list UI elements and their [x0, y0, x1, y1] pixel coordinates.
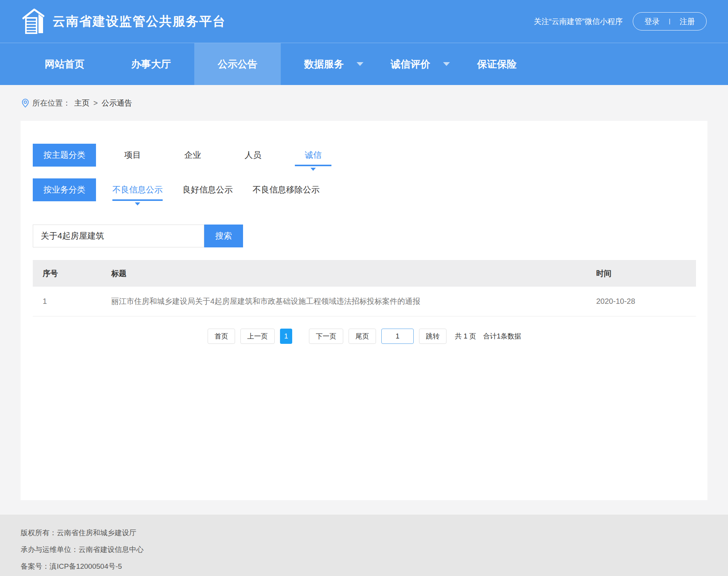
topic-tabs: 项目 企业 人员 诚信 [114, 149, 331, 161]
search-row: 搜索 [33, 225, 696, 247]
nav-item-data-services[interactable]: 数据服务 [281, 43, 367, 85]
tab-personnel[interactable]: 人员 [235, 149, 271, 161]
chevron-down-icon [443, 62, 450, 66]
search-button[interactable]: 搜索 [204, 225, 243, 247]
nav-item-guarantee-insurance[interactable]: 保证保险 [454, 43, 540, 85]
tab-enterprise[interactable]: 企业 [174, 149, 211, 161]
last-page-button[interactable]: 尾页 [349, 329, 376, 344]
footer-copyright: 版权所有：云南省住房和城乡建设厅 [21, 525, 728, 541]
footer-icp-number: 备案号：滇ICP备12000504号-5 [21, 558, 728, 575]
nav-item-home[interactable]: 网站首页 [21, 43, 108, 85]
register-button[interactable]: 注册 [680, 16, 695, 27]
row-index: 1 [33, 297, 111, 306]
table-header-row: 序号 标题 时间 [33, 260, 696, 287]
header-right: 关注“云南建管”微信小程序 登录 | 注册 [534, 12, 707, 30]
breadcrumb-separator: > [93, 99, 98, 107]
table-row: 1 丽江市住房和城乡建设局关于4起房屋建筑和市政基础设施工程领域违法招标投标案件… [33, 287, 696, 316]
top-header: 云南省建设监管公共服务平台 关注“云南建管”微信小程序 登录 | 注册 [0, 0, 728, 43]
jump-page-input[interactable] [381, 329, 414, 344]
footer-operator: 承办与运维单位：云南省建设信息中心 [21, 541, 728, 558]
total-pages-text: 共 1 页 [455, 332, 476, 341]
jump-button[interactable]: 跳转 [419, 329, 446, 344]
results-table: 序号 标题 时间 1 丽江市住房和城乡建设局关于4起房屋建筑和市政基础设施工程领… [33, 260, 696, 316]
building-logo-icon [21, 7, 46, 35]
filter-by-business-button[interactable]: 按业务分类 [33, 178, 96, 201]
tab-bad-info-publicity[interactable]: 不良信息公示 [112, 184, 163, 196]
nav-item-service-hall[interactable]: 办事大厅 [108, 43, 194, 85]
chevron-down-icon [357, 62, 363, 66]
tab-project[interactable]: 项目 [114, 149, 151, 161]
prev-page-button[interactable]: 上一页 [240, 329, 275, 344]
first-page-button[interactable]: 首页 [208, 329, 235, 344]
breadcrumb-label: 所在位置： [32, 98, 70, 108]
breadcrumb-home-link[interactable]: 主页 [74, 98, 90, 108]
main-nav: 网站首页 办事大厅 公示公告 数据服务 诚信评价 保证保险 [0, 43, 728, 85]
nav-item-announcements[interactable]: 公示公告 [194, 43, 281, 85]
site-logo[interactable]: 云南省建设监管公共服务平台 [21, 7, 226, 35]
pagination: 首页 上一页 1 下一页 尾页 跳转 共 1 页 合计1条数据 [33, 329, 696, 344]
topic-filter-row: 按主题分类 项目 企业 人员 诚信 [33, 144, 696, 167]
pagination-info: 共 1 页 合计1条数据 [455, 332, 521, 341]
site-title: 云南省建设监管公共服务平台 [53, 13, 226, 30]
wechat-miniprogram-note: 关注“云南建管”微信小程序 [534, 16, 622, 27]
page-footer: 版权所有：云南省住房和城乡建设厅 承办与运维单位：云南省建设信息中心 备案号：滇… [0, 515, 728, 576]
breadcrumb: 所在位置： 主页 > 公示通告 [0, 85, 728, 121]
auth-pill: 登录 | 注册 [633, 12, 707, 30]
tab-credit[interactable]: 诚信 [295, 149, 331, 161]
login-button[interactable]: 登录 [645, 16, 660, 27]
content-card: 按主题分类 项目 企业 人员 诚信 按业务分类 不良信息公示 良好信息公示 不良… [21, 121, 707, 500]
current-page-indicator[interactable]: 1 [280, 329, 292, 344]
tab-bad-info-removal-publicity[interactable]: 不良信息移除公示 [253, 184, 320, 196]
row-title-link[interactable]: 丽江市住房和城乡建设局关于4起房屋建筑和市政基础设施工程领域违法招标投标案件的通… [111, 296, 596, 306]
business-filter-row: 按业务分类 不良信息公示 良好信息公示 不良信息移除公示 [33, 178, 696, 201]
next-page-button[interactable]: 下一页 [309, 329, 343, 344]
tab-good-info-publicity[interactable]: 良好信息公示 [182, 184, 233, 196]
location-pin-icon [21, 98, 32, 108]
auth-divider: | [669, 18, 670, 25]
nav-item-credit-rating[interactable]: 诚信评价 [367, 43, 454, 85]
column-header-title: 标题 [111, 268, 596, 279]
column-header-index: 序号 [33, 268, 111, 279]
breadcrumb-current: 公示通告 [102, 98, 132, 108]
row-date: 2020-10-28 [596, 297, 696, 306]
filter-by-topic-button[interactable]: 按主题分类 [33, 144, 96, 167]
total-items-text: 合计1条数据 [483, 332, 521, 341]
search-input[interactable] [33, 225, 204, 247]
column-header-date: 时间 [596, 268, 696, 279]
business-tabs: 不良信息公示 良好信息公示 不良信息移除公示 [112, 184, 320, 196]
